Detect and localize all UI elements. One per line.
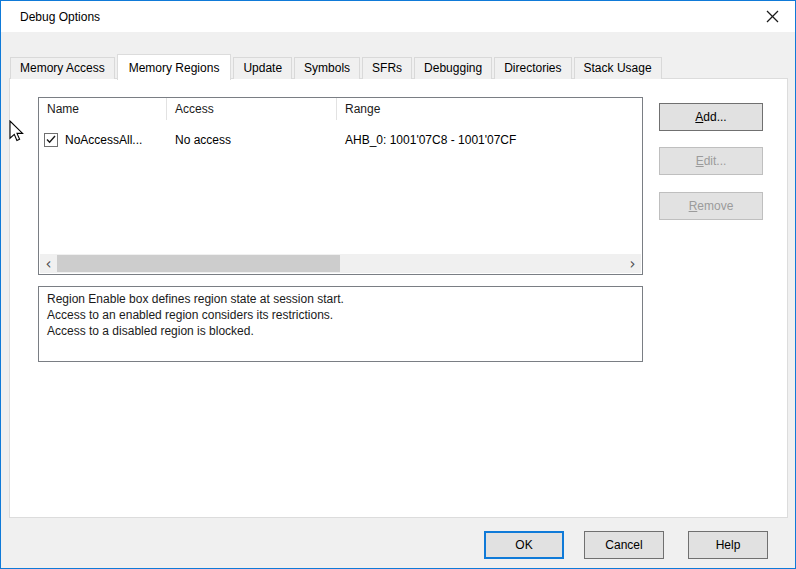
tab-directories[interactable]: Directories xyxy=(494,57,571,79)
tab-memory-access[interactable]: Memory Access xyxy=(10,57,115,79)
memory-regions-list[interactable]: Name Access Range NoAccessAll... No acce… xyxy=(38,97,643,275)
tab-update[interactable]: Update xyxy=(233,57,292,79)
tab-stack-usage[interactable]: Stack Usage xyxy=(574,57,662,79)
title-bar: Debug Options xyxy=(1,1,795,32)
region-access: No access xyxy=(167,133,337,147)
table-row[interactable]: NoAccessAll... No access AHB_0: 1001'07C… xyxy=(39,130,642,149)
scrollbar-track[interactable] xyxy=(57,254,624,273)
region-enable-checkbox[interactable] xyxy=(44,133,58,147)
info-line-2: Access to an enabled region considers it… xyxy=(47,307,634,323)
tab-debugging[interactable]: Debugging xyxy=(414,57,492,79)
memory-regions-page: Name Access Range NoAccessAll... No acce… xyxy=(9,78,788,518)
column-header-access[interactable]: Access xyxy=(167,98,337,120)
tab-strip: Memory Access Memory Regions Update Symb… xyxy=(10,54,664,79)
region-name: NoAccessAll... xyxy=(65,133,142,147)
scroll-left-icon[interactable]: ‹ xyxy=(40,254,57,273)
cancel-button[interactable]: Cancel xyxy=(584,531,664,559)
close-button[interactable] xyxy=(750,1,795,32)
column-header-name[interactable]: Name xyxy=(39,98,167,120)
remove-button[interactable]: Remove xyxy=(659,192,763,220)
info-line-1: Region Enable box defines region state a… xyxy=(47,291,634,307)
add-button[interactable]: Add... xyxy=(659,103,763,131)
scrollbar-thumb[interactable] xyxy=(57,255,340,272)
info-line-3: Access to a disabled region is blocked. xyxy=(47,323,634,339)
list-header: Name Access Range xyxy=(39,98,642,120)
tab-symbols[interactable]: Symbols xyxy=(294,57,360,79)
dialog-title: Debug Options xyxy=(20,10,100,24)
region-range: AHB_0: 1001'07C8 - 1001'07CF xyxy=(337,133,642,147)
close-icon xyxy=(766,10,779,23)
edit-button[interactable]: Edit... xyxy=(659,147,763,175)
ok-button[interactable]: OK xyxy=(484,531,564,559)
scroll-right-icon[interactable]: › xyxy=(624,254,641,273)
horizontal-scrollbar[interactable]: ‹ › xyxy=(40,254,641,273)
help-button[interactable]: Help xyxy=(688,531,768,559)
column-header-range[interactable]: Range xyxy=(337,98,642,120)
info-box: Region Enable box defines region state a… xyxy=(38,286,643,362)
tab-memory-regions[interactable]: Memory Regions xyxy=(117,54,232,80)
tab-sfrs[interactable]: SFRs xyxy=(362,57,412,79)
checkmark-icon xyxy=(46,135,56,144)
debug-options-dialog: Debug Options Memory Access Memory Regio… xyxy=(0,0,796,569)
